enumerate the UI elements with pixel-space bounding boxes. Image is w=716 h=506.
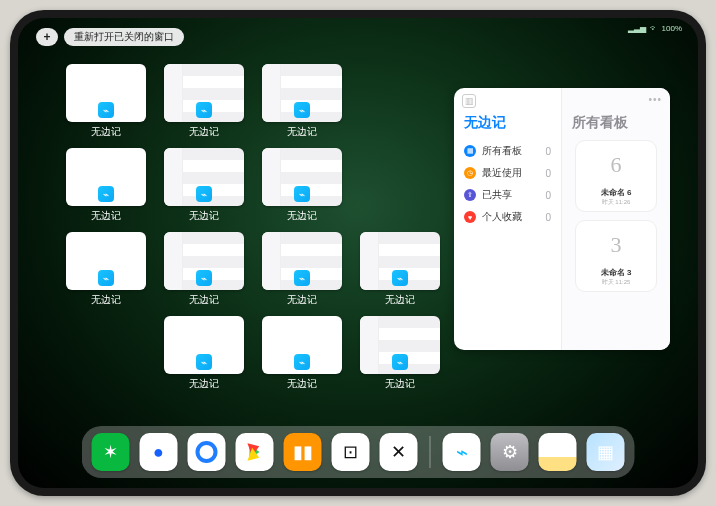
app-card-label: 无边记 [164,209,244,223]
topbar: + 重新打开已关闭的窗口 [36,28,184,46]
sidebar-item-count: 0 [545,212,551,223]
app-thumbnail: ⌁ [360,316,440,374]
sidebar-item-count: 0 [545,146,551,157]
app-card[interactable]: ⌁无边记 [164,232,244,310]
app-card[interactable]: ⌁无边记 [164,148,244,226]
sidebar-item[interactable]: ♥个人收藏0 [462,206,553,228]
panel-sidebar: 无边记 ▦所有看板0◷最近使用0⇪已共享0♥个人收藏0 [454,88,562,350]
app-card-label: 无边记 [164,125,244,139]
dock-divider [430,436,431,468]
app-card[interactable]: ⌁无边记 [66,64,146,142]
board-name: 未命名 6 [601,187,632,198]
reopen-closed-window-button[interactable]: 重新打开已关闭的窗口 [64,28,184,46]
sidebar-item-label: 所有看板 [482,144,522,158]
freeform-app-icon: ⌁ [196,270,212,286]
grid-icon: ▦ [464,145,476,157]
freeform-app-icon: ⌁ [196,186,212,202]
dock-qq-ring-icon[interactable] [188,433,226,471]
sidebar-item-label: 最近使用 [482,166,522,180]
app-thumbnail: ⌁ [164,64,244,122]
app-thumbnail: ⌁ [66,148,146,206]
status-bar: ▂▃▅ ᯤ 100% [628,24,682,33]
wifi-icon: ᯤ [650,24,658,33]
app-card[interactable]: ⌁无边记 [66,232,146,310]
freeform-app-icon: ⌁ [196,354,212,370]
app-thumbnail: ⌁ [164,148,244,206]
app-card[interactable]: ⌁无边记 [164,316,244,394]
dock-dice-icon[interactable]: ⊡ [332,433,370,471]
freeform-panel[interactable]: ▥ ••• 无边记 ▦所有看板0◷最近使用0⇪已共享0♥个人收藏0 所有看板 6… [454,88,670,350]
dock-wechat-icon[interactable]: ✶ [92,433,130,471]
app-card[interactable]: ⌁无边记 [360,232,440,310]
signal-icon: ▂▃▅ [628,24,646,33]
app-card-label: 无边记 [360,377,440,391]
app-card[interactable]: ⌁无边记 [262,316,342,394]
app-thumbnail: ⌁ [164,232,244,290]
freeform-app-icon: ⌁ [98,186,114,202]
app-thumbnail: ⌁ [164,316,244,374]
clock-icon: ◷ [464,167,476,179]
app-thumbnail: ⌁ [360,232,440,290]
freeform-app-icon: ⌁ [294,102,310,118]
app-card-label: 无边记 [262,377,342,391]
app-thumbnail: ⌁ [66,64,146,122]
dock: ✶●▮▮⊡✕⌁⚙▦ [82,426,635,478]
app-card-label: 无边记 [262,209,342,223]
panel-title: 无边记 [464,114,553,132]
freeform-app-icon: ⌁ [98,102,114,118]
app-card-label: 无边记 [262,293,342,307]
app-card[interactable]: ⌁无边记 [66,148,146,226]
app-card-label: 无边记 [164,377,244,391]
dock-play-icon[interactable] [236,433,274,471]
app-card-label: 无边记 [66,293,146,307]
app-card-label: 无边记 [66,209,146,223]
board-card[interactable]: 3未命名 3昨天 11:25 [575,220,657,292]
sidebar-item[interactable]: ⇪已共享0 [462,184,553,206]
board-date: 昨天 11:25 [602,278,631,287]
app-card-label: 无边记 [66,125,146,139]
sidebar-item[interactable]: ◷最近使用0 [462,162,553,184]
app-thumbnail: ⌁ [262,232,342,290]
app-thumbnail: ⌁ [262,316,342,374]
board-card[interactable]: 6未命名 6昨天 11:26 [575,140,657,212]
share-icon: ⇪ [464,189,476,201]
board-thumbnail: 3 [592,225,640,265]
app-card[interactable]: ⌁无边记 [262,232,342,310]
sidebar-item-label: 已共享 [482,188,512,202]
sidebar-item-count: 0 [545,168,551,179]
dock-freeform-icon[interactable]: ⌁ [443,433,481,471]
dock-books-icon[interactable]: ▮▮ [284,433,322,471]
freeform-app-icon: ⌁ [294,270,310,286]
dock-settings-icon[interactable]: ⚙ [491,433,529,471]
dock-xm-icon[interactable]: ✕ [380,433,418,471]
panel-more-icon[interactable]: ••• [648,94,662,105]
dock-app-library-icon[interactable]: ▦ [587,433,625,471]
app-card-label: 无边记 [164,293,244,307]
app-switcher-grid: ⌁无边记⌁无边记⌁无边记⌁无边记⌁无边记⌁无边记⌁无边记⌁无边记⌁无边记⌁无边记… [66,64,440,394]
panel-section-title: 所有看板 [572,114,662,132]
panel-content: 所有看板 6未命名 6昨天 11:263未命名 3昨天 11:25 [562,88,670,350]
ipad-frame: ▂▃▅ ᯤ 100% + 重新打开已关闭的窗口 ⌁无边记⌁无边记⌁无边记⌁无边记… [10,10,706,496]
board-date: 昨天 11:26 [602,198,631,207]
heart-icon: ♥ [464,211,476,223]
app-card[interactable]: ⌁无边记 [360,316,440,394]
freeform-app-icon: ⌁ [294,354,310,370]
app-card-label: 无边记 [262,125,342,139]
app-card[interactable]: ⌁无边记 [262,148,342,226]
app-thumbnail: ⌁ [262,148,342,206]
app-thumbnail: ⌁ [262,64,342,122]
sidebar-toggle-icon[interactable]: ▥ [462,94,476,108]
battery-pct: 100% [662,24,682,33]
dock-notes-icon[interactable] [539,433,577,471]
sidebar-item-count: 0 [545,190,551,201]
dock-qq-solid-icon[interactable]: ● [140,433,178,471]
app-card[interactable]: ⌁无边记 [262,64,342,142]
freeform-app-icon: ⌁ [392,270,408,286]
app-card[interactable]: ⌁无边记 [164,64,244,142]
new-window-button[interactable]: + [36,28,58,46]
sidebar-item[interactable]: ▦所有看板0 [462,140,553,162]
freeform-app-icon: ⌁ [392,354,408,370]
sidebar-item-label: 个人收藏 [482,210,522,224]
freeform-app-icon: ⌁ [98,270,114,286]
board-name: 未命名 3 [601,267,632,278]
